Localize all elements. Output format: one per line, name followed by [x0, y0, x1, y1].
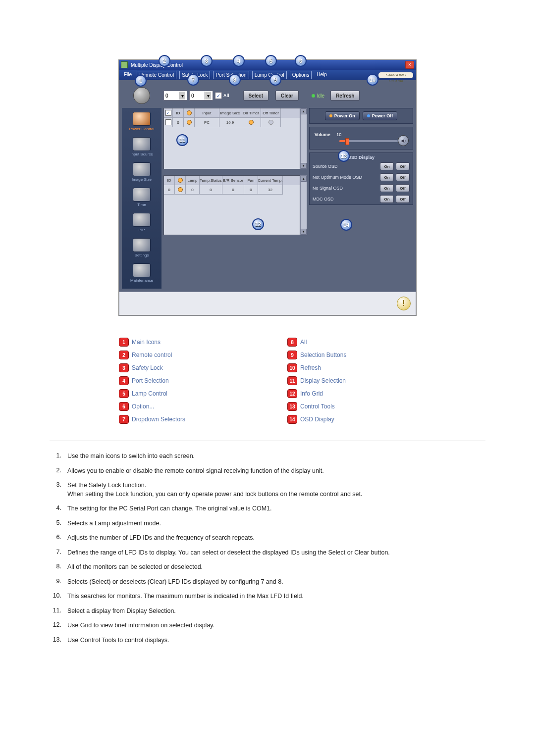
- clear-button[interactable]: Clear: [275, 91, 299, 101]
- scroll-down-icon[interactable]: ▾: [301, 229, 307, 235]
- table-row[interactable]: 0 0 0 0 0 32: [164, 185, 300, 195]
- lamp-header-icon: [178, 178, 183, 183]
- description-text: This searches for monitors. The maximum …: [67, 592, 485, 601]
- cell-id: 0: [173, 118, 184, 127]
- menu-file[interactable]: File: [122, 71, 134, 79]
- table-row[interactable]: 0 PC 16:9: [164, 118, 300, 127]
- sidebar-header: [122, 83, 161, 108]
- description-text: All of the monitors can be selected or d…: [67, 563, 485, 572]
- legend-row: 10Refresh: [287, 361, 416, 374]
- sidebar-item-power-control[interactable]: Power Control: [122, 110, 161, 135]
- osd-on-button[interactable]: On: [380, 195, 394, 203]
- scroll-up-icon[interactable]: ▴: [301, 108, 307, 114]
- grid2-scrollbar[interactable]: ▴ ▾: [300, 175, 307, 235]
- description-number: 3.: [50, 481, 61, 499]
- power-buttons: Power On Power Off: [309, 108, 413, 124]
- close-icon: ×: [408, 62, 411, 67]
- range-to-select[interactable]: 0 ▾: [189, 91, 213, 101]
- legend-text: All: [300, 339, 307, 346]
- osd-off-button[interactable]: Off: [396, 173, 410, 181]
- legend-bubble: 9: [287, 351, 297, 359]
- callout-4: 4: [233, 55, 245, 67]
- osd-off-button[interactable]: Off: [396, 162, 410, 170]
- osd-on-button[interactable]: On: [380, 184, 394, 192]
- range-from-select[interactable]: 0 ▾: [163, 91, 187, 101]
- description-number: 9.: [50, 578, 61, 587]
- offtimer-led-icon: [268, 120, 273, 125]
- callout-5: 5: [265, 55, 277, 67]
- info-icon[interactable]: !: [397, 297, 411, 310]
- grid2-col-fan: Fan: [244, 176, 258, 185]
- description-number: 4.: [50, 504, 61, 513]
- lamp-header-icon: [187, 110, 192, 115]
- grid2-col-lamp: Lamp: [186, 176, 200, 185]
- description-item: 8.All of the monitors can be selected or…: [50, 560, 485, 575]
- speaker-icon[interactable]: ◀): [398, 135, 409, 146]
- description-text: Set the Safety Lock function. When setti…: [67, 481, 485, 499]
- grid1-check-all[interactable]: ✓: [165, 110, 171, 116]
- grid1-col-id: ID: [173, 108, 184, 118]
- scroll-down-icon[interactable]: ▾: [301, 163, 307, 169]
- settings-icon: [133, 238, 151, 252]
- cell-id: 0: [164, 185, 175, 195]
- scroll-up-icon[interactable]: ▴: [301, 176, 307, 182]
- power-off-button[interactable]: Power Off: [363, 111, 398, 120]
- sidebar-item-maintenance[interactable]: Maintenance: [122, 261, 161, 287]
- osd-row-source: Source OSD On Off: [310, 161, 413, 172]
- description-text: The setting for the PC Serial Port can c…: [67, 504, 485, 513]
- sidebar-item-pip[interactable]: PIP: [122, 211, 161, 236]
- osd-off-button[interactable]: Off: [396, 195, 410, 203]
- brand-badge: SAMSUNG DIGITall: [378, 72, 413, 78]
- power-off-dot-icon: [367, 114, 370, 117]
- description-text: Use the main icons to switch into each s…: [67, 452, 485, 461]
- description-number: 5.: [50, 519, 61, 528]
- sidebar-item-label: Image Size: [132, 177, 152, 182]
- cell-fan: 0: [244, 185, 258, 195]
- sidebar: Power Control Input Source Image Size Ti…: [122, 108, 161, 289]
- menu-help[interactable]: Help: [315, 71, 329, 79]
- range-to-value: 0: [191, 93, 194, 99]
- select-button[interactable]: Select: [243, 91, 268, 101]
- slider-thumb-icon[interactable]: [345, 138, 349, 145]
- sidebar-item-input-source[interactable]: Input Source: [122, 135, 161, 160]
- legend-text: Main Icons: [132, 339, 160, 346]
- legend-bubble: 6: [119, 402, 129, 411]
- volume-slider[interactable]: [339, 140, 398, 142]
- callout-8: 8: [229, 74, 241, 86]
- grid2-header: ID Lamp Temp.Status B/R Sensor Fan Curre…: [164, 176, 300, 185]
- description-item: 9.Selects (Select) or deselects (Clear) …: [50, 575, 485, 590]
- power-icon: [133, 87, 150, 104]
- sidebar-item-image-size[interactable]: Image Size: [122, 160, 161, 186]
- power-on-button[interactable]: Power On: [325, 111, 360, 120]
- osd-on-button[interactable]: On: [380, 162, 394, 170]
- window-icon: [121, 61, 128, 68]
- image-size-icon: [133, 162, 151, 176]
- legend-text: Dropdown Selectors: [132, 416, 185, 423]
- osd-on-button[interactable]: On: [380, 173, 394, 181]
- row-checkbox[interactable]: [165, 119, 171, 125]
- description-item: 13.Use Control Tools to control displays…: [50, 633, 485, 648]
- legend-bubble: 13: [287, 402, 297, 411]
- all-checkbox[interactable]: ✓: [215, 92, 222, 99]
- sidebar-item-label: Maintenance: [130, 278, 153, 283]
- legend-bubble: 7: [119, 415, 129, 424]
- grid2-col-tempstatus: Temp.Status: [200, 176, 222, 185]
- legend-bubble: 14: [287, 415, 297, 424]
- legend: 1Main Icons2Remote control3Safety Lock4P…: [109, 331, 426, 431]
- callout-6: 6: [295, 55, 307, 67]
- refresh-button[interactable]: Refresh: [330, 91, 360, 101]
- legend-row: 7Dropdown Selectors: [119, 413, 248, 426]
- ontimer-led-icon: [249, 120, 254, 125]
- legend-bubble: 5: [119, 389, 129, 398]
- menu-options[interactable]: Options: [290, 71, 312, 79]
- grid1-scrollbar[interactable]: ▴ ▾: [300, 108, 307, 169]
- close-button[interactable]: ×: [405, 61, 414, 69]
- volume-label: Volume: [315, 132, 330, 137]
- chevron-down-icon: ▾: [205, 92, 211, 100]
- description-text: Use Grid to view brief information on se…: [67, 621, 485, 630]
- osd-off-button[interactable]: Off: [396, 184, 410, 192]
- legend-bubble: 2: [119, 351, 129, 359]
- osd-row-label: MDC OSD: [313, 197, 378, 202]
- sidebar-item-time[interactable]: Time: [122, 186, 161, 211]
- sidebar-item-settings[interactable]: Settings: [122, 236, 161, 261]
